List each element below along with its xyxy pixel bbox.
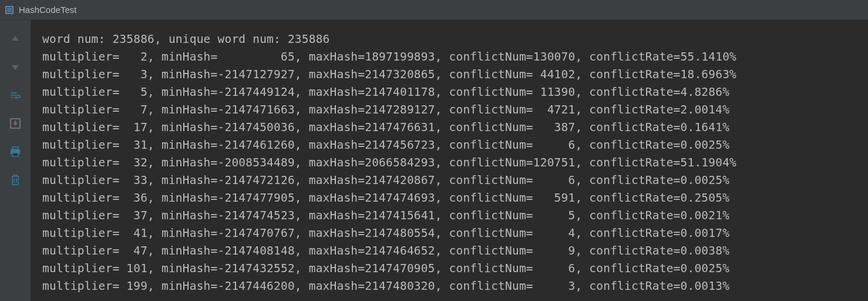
console-line: multiplier= 47, minHash=-2147408148, max…	[42, 242, 862, 260]
clear-all-button[interactable]	[7, 172, 23, 188]
console-line: multiplier= 101, minHash=-2147432552, ma…	[42, 260, 862, 277]
console-line: multiplier= 41, minHash=-2147470767, max…	[42, 225, 862, 242]
title-bar: HashCodeTest	[0, 0, 868, 20]
svg-rect-3	[12, 147, 18, 149]
console-line: multiplier= 199, minHash=-2147446200, ma…	[42, 277, 862, 295]
scroll-to-end-button[interactable]	[7, 115, 23, 132]
console-toolbar	[0, 20, 31, 301]
console-line: multiplier= 7, minHash=-2147471663, maxH…	[42, 101, 862, 119]
soft-wrap-button[interactable]	[7, 87, 23, 103]
console-line: multiplier= 5, minHash=-2147449124, maxH…	[42, 83, 862, 101]
title-text: HashCodeTest	[19, 5, 76, 15]
console-line: multiplier= 31, minHash=-2147461260, max…	[42, 136, 862, 154]
svg-rect-5	[12, 153, 18, 156]
console-line: word num: 235886, unique word num: 23588…	[42, 31, 862, 48]
console-line: multiplier= 32, minHash=-2008534489, max…	[42, 154, 862, 172]
scroll-down-button[interactable]	[7, 59, 23, 75]
console-line: multiplier= 3, minHash=-2147127927, maxH…	[42, 66, 862, 83]
console-line: multiplier= 37, minHash=-2147474523, max…	[42, 207, 862, 225]
print-button[interactable]	[7, 143, 23, 160]
scroll-up-button[interactable]	[7, 31, 23, 47]
console-line: multiplier= 36, minHash=-2147477905, max…	[42, 189, 862, 207]
console-output[interactable]: word num: 235886, unique word num: 23588…	[31, 20, 868, 301]
console-line: multiplier= 2, minHash= 65, maxHash=1897…	[42, 48, 862, 66]
console-line: multiplier= 17, minHash=-2147450036, max…	[42, 119, 862, 136]
main-area: word num: 235886, unique word num: 23588…	[0, 20, 868, 301]
run-config-icon	[5, 5, 14, 15]
svg-rect-1	[7, 8, 12, 12]
console-line: multiplier= 33, minHash=-2147472126, max…	[42, 172, 862, 189]
